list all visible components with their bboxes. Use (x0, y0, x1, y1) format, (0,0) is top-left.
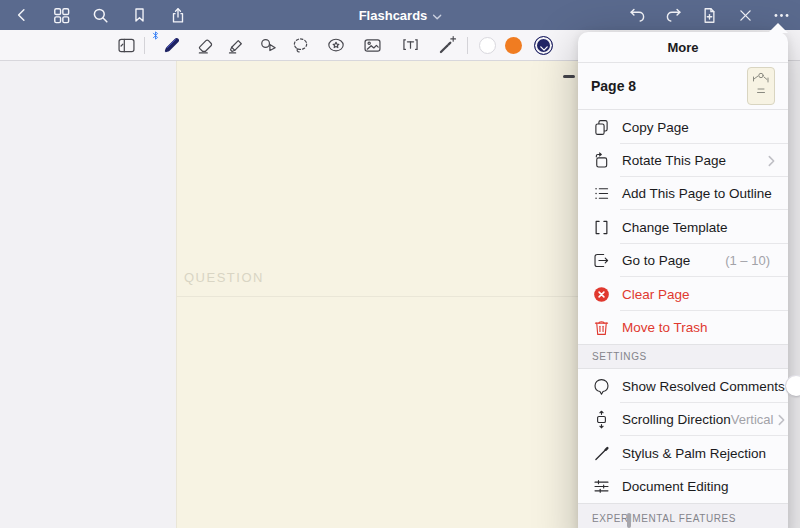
more-menu-title: More (578, 32, 788, 63)
redo-button[interactable] (660, 3, 686, 27)
view-mode-icon (116, 35, 137, 56)
shapes-icon (258, 35, 279, 56)
bookmark-button[interactable] (126, 3, 152, 27)
laser-pointer-button[interactable] (433, 33, 461, 58)
close-document-button[interactable] (732, 3, 758, 27)
page-number-label: Page 8 (591, 78, 747, 94)
add-page-button[interactable] (696, 3, 722, 27)
go-to-page-icon (591, 251, 611, 271)
undo-icon (628, 6, 647, 25)
scroll-direction-icon (591, 410, 611, 430)
page-thumbnail[interactable] (747, 67, 775, 105)
experimental-section-header: EXPERIMENTAL FEATURES (578, 503, 788, 528)
menu-item-change-template[interactable]: Change Template (578, 210, 788, 244)
toolbar-separator (144, 37, 145, 54)
clear-page-icon (591, 284, 611, 304)
highlighter-icon (226, 35, 247, 56)
laser-pointer-icon (437, 35, 458, 56)
menu-item-document-editing[interactable]: Document Editing (578, 470, 788, 503)
share-button[interactable] (165, 3, 191, 27)
stylus-icon (591, 443, 611, 463)
chevron-right-icon (768, 155, 775, 167)
share-icon (169, 6, 187, 25)
menu-item-stylus-palm-rejection[interactable]: Stylus & Palm Rejection (578, 436, 788, 470)
toolbar-separator (467, 37, 468, 54)
redo-icon (664, 6, 683, 25)
search-button[interactable] (87, 3, 113, 27)
search-icon (91, 6, 110, 25)
trash-icon (591, 318, 611, 338)
chevron-down-icon (432, 8, 441, 23)
lasso-icon (290, 35, 311, 56)
scrolling-direction-value: Vertical (731, 412, 774, 427)
scrollbar-thumb[interactable] (627, 513, 631, 528)
eraser-tool-button[interactable] (191, 33, 219, 58)
sliders-icon (591, 477, 611, 497)
popover-arrow (768, 23, 788, 33)
page-header-row: Page 8 (578, 63, 788, 110)
menu-item-clear-page[interactable]: Clear Page (578, 277, 788, 311)
lasso-tool-button[interactable] (286, 33, 314, 58)
comment-pin-icon (591, 376, 611, 396)
bluetooth-icon (151, 29, 160, 42)
image-tool-button[interactable] (358, 33, 386, 58)
close-icon (737, 7, 754, 24)
back-chevron-icon (13, 6, 31, 24)
text-icon (400, 35, 421, 56)
flashcard-divider (177, 296, 644, 297)
menu-item-show-resolved-comments[interactable]: Show Resolved Comments (578, 369, 788, 403)
pen-icon (162, 35, 183, 56)
document-title-text: Flashcards (359, 8, 428, 23)
back-button[interactable] (9, 3, 35, 27)
bookmark-icon (131, 6, 148, 24)
rotate-page-icon (591, 151, 611, 171)
menu-item-scrolling-direction[interactable]: Scrolling Direction Vertical (578, 403, 788, 436)
menu-item-add-to-outline[interactable]: Add This Page to Outline (578, 177, 788, 210)
page-overview-button[interactable] (48, 3, 74, 27)
image-icon (362, 35, 383, 56)
grid-icon (52, 6, 71, 25)
title-bar: Flashcards (0, 0, 800, 30)
settings-section-header: SETTINGS (578, 344, 788, 369)
color-swatch-navy-selected[interactable] (534, 36, 553, 55)
shapes-tool-button[interactable] (254, 33, 282, 58)
add-page-icon (700, 6, 719, 25)
eraser-icon (195, 35, 216, 56)
color-swatch-white[interactable] (479, 37, 496, 54)
notebook-page[interactable]: QUESTION (176, 61, 644, 528)
menu-item-go-to-page[interactable]: Go to Page (1 – 10) (578, 244, 788, 277)
more-menu-popover: More Page 8 Copy Page Rotate This Page A… (578, 32, 788, 528)
highlighter-tool-button[interactable] (222, 33, 250, 58)
chevron-down-icon (540, 37, 548, 55)
stroke-width-indicator[interactable] (563, 75, 575, 78)
page-range-label: (1 – 10) (725, 253, 770, 268)
copy-icon (591, 117, 611, 137)
question-label: QUESTION (184, 270, 264, 285)
change-template-icon (591, 217, 611, 237)
toggle-knob (786, 376, 800, 396)
more-ellipsis-icon (772, 6, 791, 25)
app-window: QUESTION (0, 0, 800, 528)
sticker-star-icon (325, 35, 347, 56)
color-swatch-orange[interactable] (505, 37, 522, 54)
undo-button[interactable] (624, 3, 650, 27)
chevron-right-icon (778, 414, 785, 426)
document-title[interactable]: Flashcards (359, 0, 442, 30)
menu-item-copy-page[interactable]: Copy Page (578, 110, 788, 144)
elements-tool-button[interactable] (322, 33, 350, 58)
view-mode-button[interactable] (112, 33, 140, 58)
outline-list-icon (591, 184, 611, 204)
resolved-comments-toggle-off[interactable] (785, 375, 800, 397)
menu-item-rotate-page[interactable]: Rotate This Page (578, 144, 788, 177)
text-tool-button[interactable] (396, 33, 424, 58)
menu-item-move-to-trash[interactable]: Move to Trash (578, 311, 788, 344)
pen-tool-button[interactable] (158, 33, 186, 58)
